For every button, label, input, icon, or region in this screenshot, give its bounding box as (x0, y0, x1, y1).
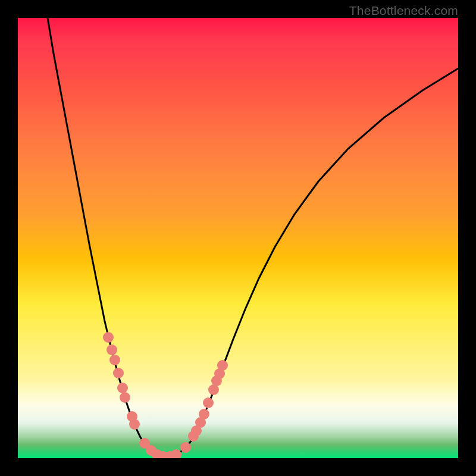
data-dot (217, 360, 228, 371)
chart-frame (18, 18, 458, 458)
data-dot (109, 355, 120, 365)
data-dot (203, 397, 214, 408)
curve-left (48, 18, 167, 457)
data-dot (103, 332, 114, 343)
data-dots (103, 332, 228, 458)
data-dot (199, 409, 209, 419)
watermark-text: TheBottleneck.com (349, 4, 458, 18)
data-dot (120, 392, 130, 403)
data-dot (180, 442, 191, 453)
data-dot (171, 449, 181, 458)
data-dot (107, 345, 117, 355)
data-dot (129, 419, 140, 430)
data-dot (117, 383, 128, 393)
data-dot (113, 368, 124, 378)
curve-layer (18, 18, 458, 458)
